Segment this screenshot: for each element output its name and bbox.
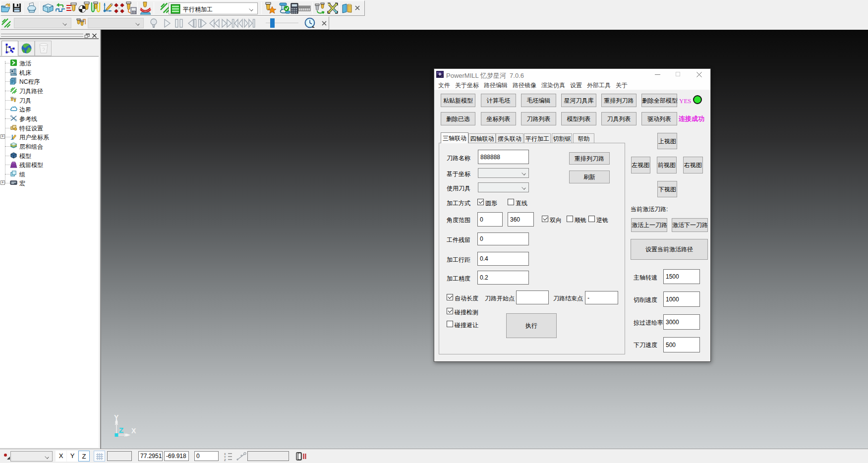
svg-text:Z: Z [119,426,123,434]
svg-text:Z: Z [224,459,226,461]
svg-text:Y: Y [114,413,119,421]
svg-text:X: X [131,427,136,435]
